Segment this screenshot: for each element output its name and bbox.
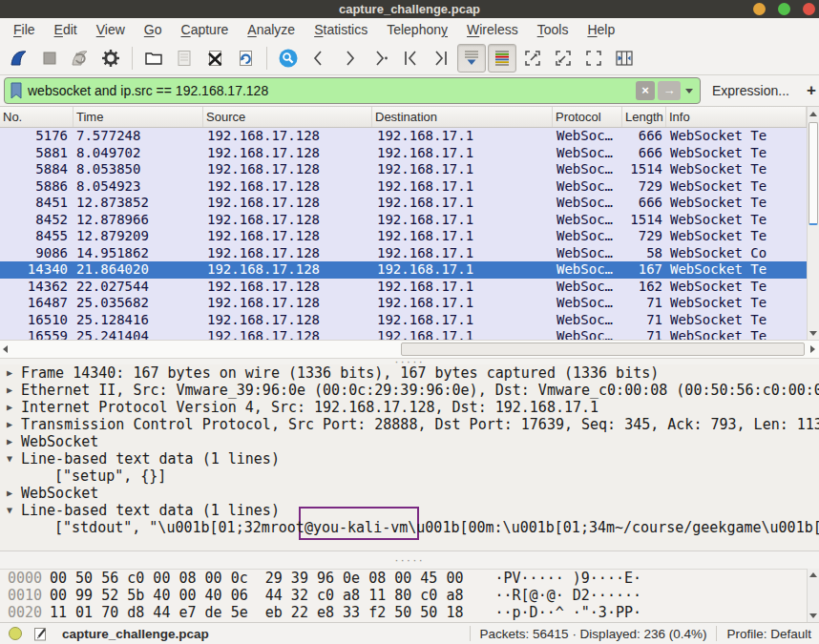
detail-row[interactable]: ["stdout", "\u001b[01;32mroot@you-kali-v… [0,519,819,536]
column-destination[interactable]: Destination [372,107,553,127]
filter-apply-icon[interactable]: → [658,81,681,100]
scrollbar-thumb[interactable] [401,343,805,356]
column-info[interactable]: Info [666,107,807,127]
titlebar[interactable]: capture_challenge.pcap [0,0,819,18]
column-length[interactable]: Length [622,107,666,127]
menu-view[interactable]: View [87,20,135,39]
stop-capture-button[interactable] [35,44,64,73]
detail-row[interactable]: ["setup", {}] [0,467,819,485]
detail-row[interactable]: ▼Line-based text data (1 lines) [0,502,819,519]
packet-row[interactable]: 1655925.241404192.168.17.128192.168.17.1… [0,328,807,340]
packet-row[interactable]: 908614.951862192.168.17.128192.168.17.1W… [0,245,807,262]
filter-dropdown-icon[interactable] [685,89,693,93]
packet-row[interactable]: 845512.879209192.168.17.128192.168.17.1W… [0,228,807,245]
save-file-button[interactable] [170,44,199,73]
menu-go[interactable]: Go [135,20,172,39]
expert-info-icon[interactable] [8,626,23,641]
menu-help[interactable]: Help [578,20,624,39]
scroll-up-icon[interactable] [809,572,817,577]
last-packet-button[interactable] [427,44,455,73]
find-packet-button[interactable] [274,44,303,73]
hex-ascii: ··p·D··^ ·"·3·PP· [494,604,641,621]
detail-row[interactable]: ▶Transmission Control Protocol, Src Port… [0,416,819,433]
capture-comment-icon[interactable] [32,626,49,642]
detail-row[interactable]: ▶Frame 14340: 167 bytes on wire (1336 bi… [0,364,819,382]
normal-size-button[interactable] [579,44,608,73]
detail-row[interactable]: ▼Line-based text data (1 lines) [0,450,819,467]
packet-row[interactable]: 1648725.035682192.168.17.128192.168.17.1… [0,295,807,312]
go-to-packet-button[interactable] [366,44,394,73]
column-no[interactable]: No. [0,107,74,127]
collapsed-arrow-icon[interactable]: ▶ [7,364,18,382]
detail-row[interactable]: ▶WebSocket [0,485,819,502]
display-filter-input[interactable] [28,83,636,98]
expression-button[interactable]: Expression... [712,83,789,98]
minimize-icon[interactable] [753,3,766,15]
first-packet-button[interactable] [396,44,425,73]
scroll-up-icon[interactable] [809,112,817,116]
hex-row[interactable]: 001000 99 52 5b 40 00 40 06 44 32 c0 a8 … [0,587,819,604]
filter-bookmark-icon[interactable] [9,81,24,100]
hex-row[interactable]: 002011 01 70 d8 44 e7 de 5e eb 22 e8 33 … [0,604,819,621]
menu-analyze[interactable]: Analyze [238,20,304,39]
reload-file-button[interactable] [231,44,260,73]
zoom-out-button[interactable] [549,44,578,73]
zoom-in-button[interactable] [518,44,547,73]
auto-scroll-button[interactable] [457,44,486,73]
packet-row[interactable]: 1436222.027544192.168.17.128192.168.17.1… [0,279,807,296]
expanded-arrow-icon[interactable]: ▼ [7,502,18,519]
add-filter-button[interactable]: + [807,81,816,100]
go-forward-button[interactable] [335,44,364,73]
go-back-button[interactable] [304,44,333,73]
packet-row[interactable]: 1434021.864020192.168.17.128192.168.17.1… [0,261,807,279]
packet-row[interactable]: 51767.577248192.168.17.128192.168.17.1We… [0,128,807,145]
packet-row[interactable]: 58848.053850192.168.17.128192.168.17.1We… [0,161,807,178]
detail-row[interactable]: ▶Internet Protocol Version 4, Src: 192.1… [0,399,819,416]
resize-columns-button[interactable] [610,44,639,73]
menu-wireless[interactable]: Wireless [457,20,528,39]
column-protocol[interactable]: Protocol [553,107,622,127]
restart-capture-button[interactable] [66,44,94,73]
bytes-vertical-scrollbar[interactable] [807,569,819,622]
maximize-icon[interactable] [778,3,790,15]
menu-statistics[interactable]: Statistics [304,20,377,39]
collapsed-arrow-icon[interactable]: ▶ [7,485,18,502]
menu-edit[interactable]: Edit [45,20,87,39]
menu-telephony[interactable]: Telephony [377,20,457,39]
collapsed-arrow-icon[interactable]: ▶ [7,433,18,450]
filter-clear-icon[interactable]: × [636,81,655,100]
packet-row[interactable]: 58818.049702192.168.17.128192.168.17.1We… [0,145,807,162]
expanded-arrow-icon[interactable]: ▼ [7,450,18,467]
packet-list-vertical-scrollbar[interactable] [807,107,819,341]
scroll-down-icon[interactable] [809,331,817,336]
column-time[interactable]: Time [74,107,203,127]
packet-row[interactable]: 845112.873852192.168.17.128192.168.17.1W… [0,195,807,212]
close-file-button[interactable] [200,44,229,73]
hex-row[interactable]: 000000 50 56 c0 00 08 00 0c 29 39 96 0e … [0,570,819,587]
collapsed-arrow-icon[interactable]: ▶ [7,399,18,416]
close-icon[interactable] [803,3,815,15]
packet-row[interactable]: 845212.878966192.168.17.128192.168.17.1W… [0,212,807,229]
packet-row[interactable]: 58868.054923192.168.17.128192.168.17.1We… [0,178,807,196]
detail-row[interactable]: ▶Ethernet II, Src: Vmware_39:96:0e (00:0… [0,382,819,399]
packet-row[interactable]: 1651025.128416192.168.17.128192.168.17.1… [0,312,807,329]
menu-tools[interactable]: Tools [528,20,578,39]
menu-file[interactable]: File [4,20,45,39]
pane-splitter[interactable]: ····· [0,551,819,569]
display-filter-field[interactable]: × → [4,77,701,104]
column-source[interactable]: Source [203,107,372,127]
scroll-down-icon[interactable] [809,613,817,618]
collapsed-arrow-icon[interactable]: ▶ [7,382,18,399]
detail-row[interactable]: ▶WebSocket [0,433,819,450]
scroll-left-icon[interactable] [3,345,8,353]
collapsed-arrow-icon[interactable]: ▶ [7,416,18,433]
scrollbar-thumb[interactable] [808,122,818,225]
colorize-packets-button[interactable] [488,44,516,73]
cell-time: 8.053850 [74,161,203,178]
profile-indicator[interactable]: Profile: Default [726,627,811,641]
open-file-button[interactable] [139,44,168,73]
capture-options-button[interactable] [96,44,125,73]
scroll-right-icon[interactable] [810,345,815,353]
start-capture-button[interactable] [5,44,33,73]
menu-capture[interactable]: Capture [172,20,239,39]
